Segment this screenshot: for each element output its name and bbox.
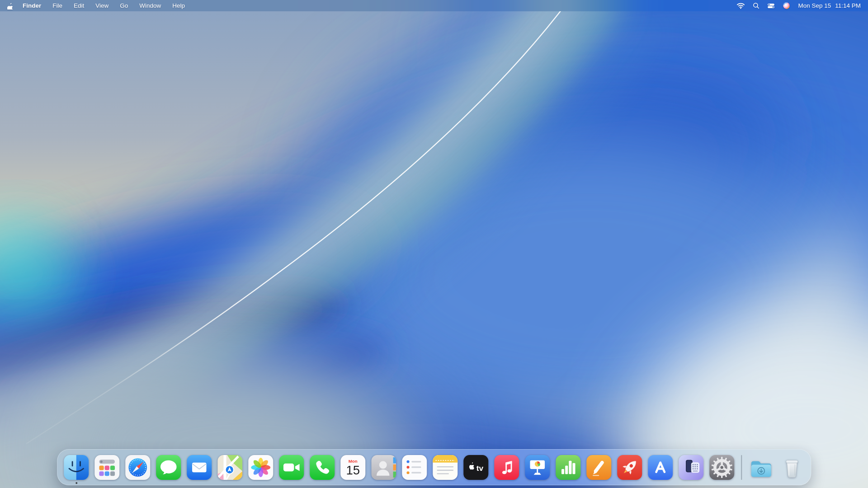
dock-item-finder[interactable] (63, 455, 89, 480)
dock-item-photos[interactable] (248, 455, 274, 480)
dock-item-music[interactable] (494, 455, 519, 480)
siri-icon[interactable] (783, 2, 790, 9)
dock-item-launchpad[interactable] (94, 455, 120, 480)
maps-icon (217, 455, 243, 480)
contacts-icon (371, 455, 396, 480)
dock-item-safari[interactable] (125, 455, 151, 480)
pages-icon (586, 455, 612, 480)
music-icon (494, 455, 519, 480)
notes-icon (432, 455, 458, 480)
dock-divider (741, 455, 742, 480)
menu-item-finder[interactable]: Finder (23, 2, 41, 9)
desktop-wallpaper (0, 0, 868, 488)
photos-icon (248, 455, 274, 480)
dock-item-iphone-mirroring[interactable] (678, 455, 704, 480)
dock-item-mail[interactable] (186, 455, 212, 480)
clock-time: 11:14 PM (835, 2, 861, 9)
phone-icon (309, 455, 335, 480)
downloads-icon (748, 455, 774, 480)
mail-icon (186, 455, 212, 480)
menu-item-help[interactable]: Help (172, 2, 185, 9)
calendar-icon: Mon 15 (340, 455, 366, 480)
dock-item-facetime[interactable] (278, 455, 304, 480)
menu-items: FinderFileEditViewGoWindowHelp (23, 2, 185, 9)
menu-item-edit[interactable]: Edit (74, 2, 84, 9)
menu-item-go[interactable]: Go (120, 2, 128, 9)
menu-item-view[interactable]: View (95, 2, 108, 9)
dock-item-numbers[interactable] (555, 455, 581, 480)
apple-menu[interactable] (7, 2, 13, 9)
finder-icon (63, 455, 89, 480)
dock-item-messages[interactable] (156, 455, 181, 480)
rocket-icon (617, 455, 642, 480)
app-store-icon (647, 455, 673, 480)
facetime-icon (278, 455, 304, 480)
launchpad-icon (94, 455, 120, 480)
dock-item-maps[interactable] (217, 455, 243, 480)
dock-item-settings[interactable] (709, 455, 735, 480)
dock: Mon 15 tv (57, 449, 811, 485)
numbers-icon (555, 455, 581, 480)
status-icons (736, 2, 790, 9)
menu-bar: FinderFileEditViewGoWindowHelp Mon Sep 1… (0, 0, 868, 11)
dock-item-tv[interactable]: tv (463, 455, 489, 480)
trash-icon (779, 455, 805, 480)
settings-icon (709, 455, 735, 480)
dock-item-keynote[interactable] (524, 455, 550, 480)
svg-text:tv: tv (476, 464, 484, 473)
svg-text:15: 15 (346, 463, 360, 477)
dock-item-pages[interactable] (586, 455, 612, 480)
menu-bar-right: Mon Sep 15 11:14 PM (736, 2, 861, 9)
menu-item-file[interactable]: File (52, 2, 62, 9)
clock-date: Mon Sep 15 (798, 2, 831, 9)
menu-item-window[interactable]: Window (139, 2, 161, 9)
dock-item-downloads[interactable] (748, 455, 774, 480)
dock-item-trash[interactable] (779, 455, 805, 480)
reminders-icon (401, 455, 427, 480)
keynote-icon (524, 455, 550, 480)
messages-icon (156, 455, 181, 480)
control-center-icon[interactable] (767, 3, 775, 9)
dock-item-app-store[interactable] (647, 455, 673, 480)
spotlight-search-icon[interactable] (753, 2, 760, 9)
dock-item-notes[interactable] (432, 455, 458, 480)
menu-clock[interactable]: Mon Sep 15 11:14 PM (798, 2, 861, 9)
desktop: { "menu_bar": { "left_items": [ {"label"… (0, 0, 868, 488)
dock-item-rocket[interactable] (617, 455, 642, 480)
dock-item-reminders[interactable] (401, 455, 427, 480)
safari-icon (125, 455, 151, 480)
dock-item-calendar[interactable]: Mon 15 (340, 455, 366, 480)
dock-item-contacts[interactable] (371, 455, 396, 480)
iphone-mirroring-icon (678, 455, 704, 480)
wifi-icon[interactable] (736, 2, 745, 9)
tv-icon: tv (463, 455, 489, 480)
dock-item-phone[interactable] (309, 455, 335, 480)
